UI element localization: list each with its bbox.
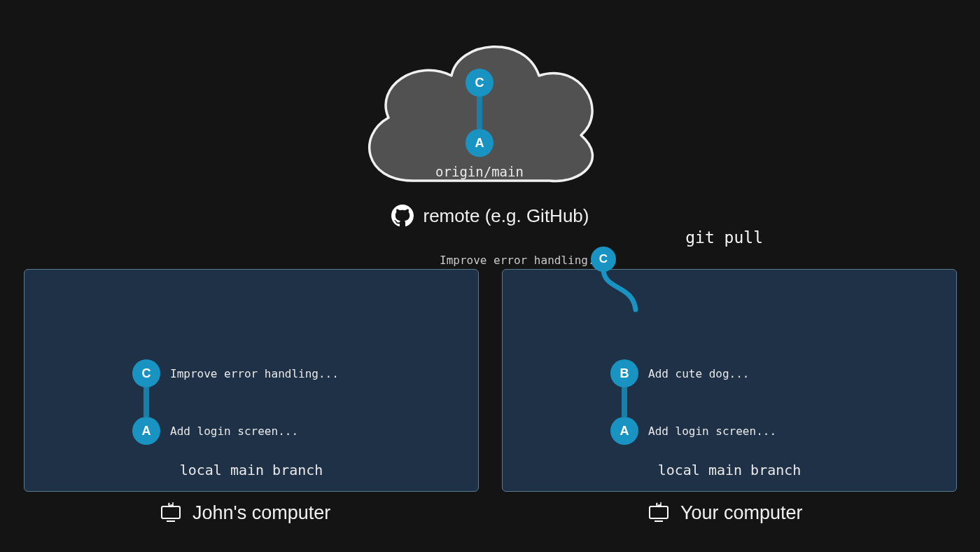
commit-connector: [610, 387, 834, 417]
commit-message: Improve error handling...: [170, 367, 339, 380]
pull-curve: [599, 269, 669, 325]
svg-rect-0: [162, 506, 180, 518]
commit-connector: [132, 387, 356, 417]
your-commit-stack: B Add cute dog... A Add login screen...: [624, 359, 834, 445]
commit-row: C Improve error handling...: [132, 359, 356, 387]
your-branch-label: local main branch: [503, 462, 956, 478]
commit-node-a: A: [465, 129, 493, 157]
svg-rect-2: [650, 506, 668, 518]
john-commit-stack: C Improve error handling... A Add login …: [146, 359, 356, 445]
commit-row: A Add login screen...: [610, 417, 834, 445]
panel-caption-john: John's computer: [160, 502, 330, 524]
commit-node-c: C: [465, 69, 493, 97]
remote-commit-stack: C A: [465, 69, 493, 157]
computer-sync-icon: [648, 502, 670, 524]
panel-you: B Add cute dog... A Add login screen... …: [502, 269, 957, 492]
commit-node-a: A: [610, 417, 638, 445]
computer-sync-icon: [160, 502, 182, 524]
panel-caption-you: Your computer: [648, 502, 803, 524]
github-icon: [391, 205, 414, 227]
commit-node-c: C: [132, 359, 160, 387]
commit-message: Add login screen...: [170, 425, 298, 438]
commit-node-b: B: [610, 359, 638, 387]
floating-commit-node: C: [591, 247, 616, 272]
commit-message: Add cute dog...: [648, 367, 750, 380]
commit-connector: [477, 97, 482, 129]
panel-john: C Improve error handling... A Add login …: [24, 269, 479, 492]
git-pull-label: git pull: [685, 228, 763, 247]
commit-row: B Add cute dog...: [610, 359, 834, 387]
panel-caption-text: John's computer: [192, 502, 330, 524]
john-branch-label: local main branch: [24, 462, 478, 478]
commit-row: A Add login screen...: [132, 417, 356, 445]
commit-message: Add login screen...: [648, 425, 776, 438]
panel-caption-text: Your computer: [680, 502, 803, 524]
cloud-remote: C A origin/main: [350, 20, 609, 195]
remote-caption-text: remote (e.g. GitHub): [424, 205, 589, 227]
commit-node-a: A: [132, 417, 160, 445]
remote-caption: remote (e.g. GitHub): [0, 205, 980, 227]
floating-commit-message: Improve error handling...: [440, 254, 608, 267]
remote-branch-label: origin/main: [435, 164, 524, 179]
